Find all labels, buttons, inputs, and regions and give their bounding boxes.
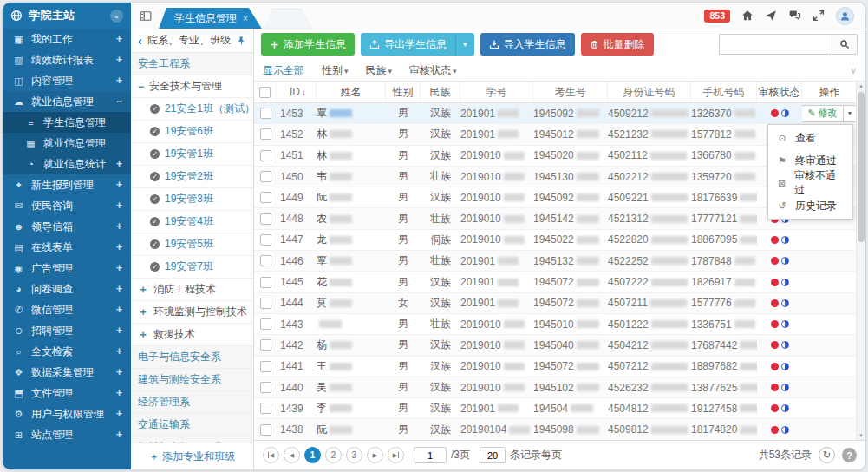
row-checkbox[interactable] — [260, 234, 271, 246]
table-row[interactable]: 1449 阮 男 汉族 2019010 1945092 4509221 1817… — [254, 187, 857, 208]
table-row[interactable]: 1450 韦 男 壮族 2019010 1945130 4502212 1359… — [254, 167, 857, 187]
sidebar-item[interactable]: ▤ 在线表单 + — [3, 237, 131, 258]
sidebar-item[interactable]: ≡ 学生信息管理 — [3, 112, 131, 133]
row-checkbox[interactable] — [260, 361, 271, 372]
edit-dropdown-caret[interactable]: ▾ — [844, 105, 857, 122]
col-review-status[interactable]: 审核状态 — [757, 82, 802, 102]
col-student-no[interactable]: 学号 — [460, 82, 533, 102]
table-row[interactable]: 1443 男 壮族 2019010 1945010 4501222 133675… — [254, 314, 857, 335]
sidebar-item[interactable]: ◕ 问卷调查 + — [3, 279, 131, 299]
sidebar-item[interactable]: ⚙ 用户与权限管理 + — [3, 403, 131, 424]
page-button[interactable]: 3 — [346, 447, 362, 463]
sidebar-header[interactable]: 学院主站 ⌄ — [3, 3, 131, 29]
tree-item[interactable]: 电子与信息安全系 — [131, 346, 253, 369]
comments-icon[interactable] — [788, 10, 801, 22]
tab-student-info[interactable]: 学生信息管理 × — [159, 8, 262, 29]
sidebar-item[interactable]: ☻ 领导信箱 + — [3, 216, 131, 237]
table-row[interactable]: 1441 王 男 汉族 2019010 1945072 4507212 1889… — [254, 357, 857, 377]
sidebar-item[interactable]: ◫ 内容管理 + — [3, 70, 131, 91]
edit-button[interactable]: ✎修改 — [802, 105, 844, 122]
expand-icon[interactable]: + — [116, 345, 122, 357]
import-student-button[interactable]: 导入学生信息 — [480, 33, 575, 56]
sidebar-item[interactable]: ▣ 我的工作 + — [3, 29, 131, 49]
tree-item[interactable]: ✓ 19安管6班 — [131, 121, 253, 143]
row-checkbox[interactable] — [260, 192, 271, 203]
col-ethnicity[interactable]: 民族 — [421, 82, 460, 102]
select-all-checkbox[interactable] — [259, 87, 271, 98]
table-row[interactable]: 1445 花 男 汉族 201901 1945072 4507222 18269… — [254, 272, 857, 292]
expand-icon[interactable]: − — [116, 95, 122, 108]
sidebar-item[interactable]: ☁ 就业信息管理 − — [3, 91, 131, 112]
tree-item[interactable]: ＋ 救援技术 — [131, 324, 253, 346]
tree-item[interactable]: ✓ 21安全1班（测试） — [131, 98, 253, 121]
inactive-tab[interactable] — [264, 9, 313, 29]
sidebar-item[interactable]: ⌕ 全文检索 + — [3, 341, 131, 362]
row-checkbox[interactable] — [260, 150, 271, 161]
tree-item[interactable]: ＋ 消防工程技术 — [131, 279, 253, 301]
filter-show-all[interactable]: 显示全部 — [263, 63, 304, 78]
vertical-scrollbar[interactable]: ▲ ▼ — [856, 82, 865, 440]
expand-icon[interactable]: + — [116, 54, 122, 66]
table-row[interactable]: 1447 龙 男 侗族 2019010 1945022 4522820 1886… — [254, 230, 857, 251]
col-id[interactable]: ID↓ — [277, 82, 317, 102]
table-row[interactable]: 1444 莫 女 汉族 201901 1945072 4507211 15777… — [254, 293, 857, 314]
col-id-card[interactable]: 身份证号码 — [608, 82, 691, 102]
scrollbar-thumb[interactable] — [858, 92, 865, 242]
col-name[interactable]: 姓名 — [317, 82, 386, 102]
tree-item[interactable]: ✓ 19安管3班 — [131, 188, 253, 211]
sidebar-toggle-icon[interactable] — [140, 10, 152, 22]
page-button[interactable]: ▶ — [367, 447, 383, 463]
filter-ethnicity[interactable]: 民族▾ — [366, 63, 393, 78]
page-size-input[interactable] — [480, 447, 506, 463]
row-checkbox[interactable] — [260, 298, 271, 309]
row-checkbox[interactable] — [260, 213, 271, 225]
refresh-icon[interactable]: ↻ — [819, 447, 835, 463]
row-checkbox[interactable] — [260, 382, 271, 393]
sidebar-item[interactable]: ⊙ 招聘管理 + — [3, 320, 131, 341]
scroll-up-icon[interactable]: ▲ — [857, 82, 865, 90]
expand-icon[interactable]: + — [116, 241, 122, 253]
tree-item[interactable]: 安全工程系 — [131, 53, 253, 75]
tree-item[interactable]: 建筑与测绘安全系 — [131, 369, 253, 391]
sidebar-item[interactable]: ✆ 微信管理 + — [3, 299, 131, 320]
filter-review-status[interactable]: 审核状态▾ — [409, 63, 457, 78]
page-number-input[interactable] — [414, 447, 447, 463]
export-student-button[interactable]: 导出学生信息 — [361, 33, 455, 56]
sidebar-item[interactable]: ❖ 数据采集管理 + — [3, 362, 131, 383]
table-row[interactable]: 1439 李 男 汉族 201901 194504 4504812 191274… — [254, 398, 857, 419]
table-row[interactable]: 1440 吴 男 汉族 2019010 1945102 4526232 1387… — [254, 377, 857, 398]
notification-badge[interactable]: 853 — [704, 10, 730, 23]
row-checkbox[interactable] — [260, 171, 271, 182]
tree-item[interactable]: − 安全技术与管理 — [131, 75, 253, 98]
sidebar-item[interactable]: ⬒ 文件管理 + — [3, 383, 131, 403]
table-row[interactable]: 1442 杨 男 汉族 2019010 1945040 4504212 1768… — [254, 335, 857, 356]
user-avatar[interactable] — [836, 7, 854, 25]
collapse-panel-icon[interactable]: ‹ — [138, 34, 142, 47]
batch-delete-button[interactable]: 批量删除 — [581, 33, 654, 56]
tree-item[interactable]: ✓ 19安管7班 — [131, 256, 253, 279]
page-button[interactable]: 2 — [325, 447, 342, 463]
sidebar-item[interactable]: ▦ 就业信息管理 — [3, 133, 131, 154]
row-menu-item[interactable]: ⊙ 查看 — [768, 127, 852, 149]
row-checkbox[interactable] — [260, 255, 271, 266]
tree-expand-icon[interactable]: ＋ — [138, 327, 148, 342]
row-menu-item[interactable]: ⊠ 审核不通过 — [768, 172, 852, 194]
expand-icon[interactable] — [813, 10, 825, 22]
page-button[interactable]: ◀ — [284, 447, 300, 463]
table-row[interactable]: 1446 覃 男 壮族 201901 1945132 4522252 17878… — [254, 251, 857, 272]
tree-item[interactable]: ✓ 19安管1班 — [131, 143, 253, 166]
expand-icon[interactable]: + — [116, 283, 122, 295]
tree-item[interactable]: ✓ 19安管4班 — [131, 211, 253, 233]
row-checkbox[interactable] — [260, 318, 271, 330]
chevron-down-icon[interactable]: ⌄ — [110, 10, 123, 23]
export-dropdown-caret[interactable]: ▾ — [455, 33, 474, 56]
home-icon[interactable] — [741, 10, 754, 22]
page-button[interactable]: ◀ — [263, 447, 279, 463]
expand-icon[interactable]: + — [116, 158, 122, 170]
expand-icon[interactable]: + — [116, 33, 122, 45]
table-row[interactable]: 1452 林 男 汉族 201901 1945012 4521232 15778… — [254, 124, 857, 145]
collapse-filter-icon[interactable]: ∨ — [850, 65, 857, 76]
sidebar-item[interactable]: ◉ 广告管理 + — [3, 258, 131, 279]
table-row[interactable]: 1453 覃 男 汉族 201901 1945092 4509212 13263… — [254, 103, 857, 124]
row-checkbox[interactable] — [260, 339, 271, 351]
